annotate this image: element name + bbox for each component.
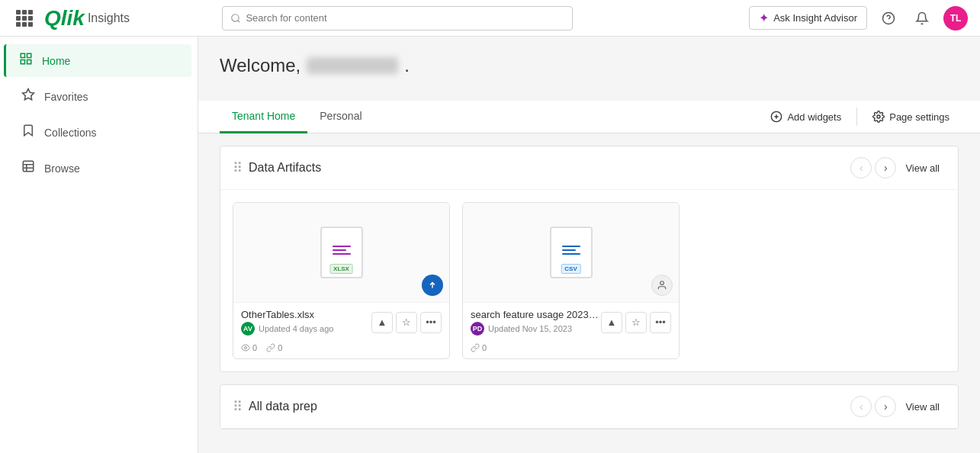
prev-arrow-button[interactable]: ‹: [850, 157, 872, 178]
svg-marker-8: [23, 89, 34, 100]
view-all-button[interactable]: View all: [899, 159, 946, 177]
svg-rect-7: [27, 60, 31, 64]
sidebar-item-home[interactable]: Home: [4, 44, 191, 77]
bookmark-icon: [21, 124, 35, 141]
card-star-button-xlsx[interactable]: ☆: [396, 312, 417, 333]
csv-badge: CSV: [561, 264, 580, 274]
next-arrow-prep-button[interactable]: ›: [875, 396, 896, 417]
logo-qlik: Qlik: [44, 6, 85, 31]
search-bar[interactable]: [222, 6, 573, 31]
notifications-button[interactable]: [910, 6, 934, 31]
star-icon: [21, 88, 35, 105]
card-more-button-xlsx[interactable]: •••: [420, 312, 442, 333]
sparkle-icon: ✦: [759, 11, 769, 25]
search-icon: [230, 13, 241, 24]
csv-file-icon: CSV: [550, 226, 593, 278]
card-meta-csv: PD Updated Nov 15, 2023: [471, 322, 601, 336]
next-arrow-button[interactable]: ›: [875, 157, 896, 178]
main-content: Welcome, . Tenant Home Personal Add widg…: [198, 37, 980, 453]
app-body: Home Favorites Collections: [0, 37, 980, 453]
help-button[interactable]: [876, 6, 901, 31]
welcome-period: .: [404, 55, 410, 76]
card-star-button-csv[interactable]: ☆: [625, 312, 647, 333]
topnav-left: Qlik Insights: [12, 6, 130, 31]
username-blur: [307, 57, 398, 74]
card-meta-xlsx: AV Updated 4 days ago: [241, 322, 371, 336]
avatar[interactable]: TL: [943, 6, 968, 31]
prev-arrow-prep-button[interactable]: ‹: [850, 396, 872, 417]
ask-insight-button[interactable]: ✦ Ask Insight Advisor: [749, 6, 867, 30]
help-icon: [882, 11, 895, 25]
logo: Qlik Insights: [44, 6, 130, 31]
drag-handle-icon[interactable]: ⠿: [233, 159, 243, 176]
link-icon: [266, 343, 275, 352]
sidebar-collections-label: Collections: [44, 127, 96, 139]
welcome-section: Welcome, .: [198, 37, 980, 101]
grid-menu-button[interactable]: [12, 6, 37, 31]
sidebar-browse-label: Browse: [44, 162, 80, 175]
file-icon-lines: [333, 246, 351, 255]
links-count-csv: 0: [482, 343, 487, 352]
sidebar-item-favorites[interactable]: Favorites: [6, 80, 191, 113]
add-widgets-button[interactable]: Add widgets: [761, 106, 850, 127]
card-info-xlsx: OtherTables.xlsx AV Updated 4 days ago: [241, 309, 371, 336]
card-up-button-xlsx[interactable]: ▲: [371, 312, 393, 333]
sidebar-item-browse[interactable]: Browse: [6, 152, 191, 185]
svg-point-18: [245, 347, 247, 349]
file-icon-lines-csv: [562, 246, 580, 255]
section-nav: ‹ › View all: [850, 157, 946, 178]
tabs-bar: Tenant Home Personal Add widgets Page s: [198, 101, 980, 133]
card-search-feature: CSV search feature usage 2: [462, 202, 680, 359]
svg-rect-5: [27, 53, 31, 57]
link-icon-csv: [471, 343, 480, 352]
svg-rect-4: [21, 53, 24, 57]
svg-rect-6: [21, 60, 24, 64]
ask-insight-label: Ask Insight Advisor: [773, 12, 857, 24]
svg-line-1: [238, 20, 240, 22]
section-all-data-prep: ⠿ All data prep ‹ › View all: [220, 384, 959, 429]
topnav: Qlik Insights ✦ Ask Insight Advisor: [0, 0, 980, 37]
card-actions-csv: ▲ ☆ •••: [601, 312, 671, 333]
section-data-artifacts-header: ⠿ Data Artifacts ‹ › View all: [220, 146, 958, 190]
tab-tenant-home[interactable]: Tenant Home: [220, 101, 307, 133]
upload-overlay-icon: [422, 275, 443, 296]
cards-grid-artifacts: XLSX OtherTables.xlsx: [220, 190, 958, 371]
tabs-right: Add widgets Page settings: [761, 106, 959, 127]
view-all-prep-button[interactable]: View all: [899, 398, 946, 416]
topnav-right: ✦ Ask Insight Advisor TL: [749, 6, 968, 31]
card-footer-xlsx: OtherTables.xlsx AV Updated 4 days ago ▲…: [233, 302, 449, 340]
links-count-xlsx: 0: [278, 343, 282, 352]
home-icon: [19, 52, 33, 69]
section-data-artifacts: ⠿ Data Artifacts ‹ › View all: [220, 146, 959, 372]
card-updated-csv: Updated Nov 15, 2023: [488, 324, 572, 333]
card-avatar-pd: PD: [471, 322, 484, 336]
logo-appname: Insights: [88, 11, 130, 25]
sidebar-home-label: Home: [42, 55, 70, 67]
grid-icon: [16, 10, 33, 27]
section-all-data-prep-title: All data prep: [249, 400, 317, 413]
card-updated-xlsx: Updated 4 days ago: [259, 324, 333, 333]
drag-handle-prep-icon[interactable]: ⠿: [233, 398, 243, 415]
svg-point-0: [232, 14, 239, 21]
sidebar-item-collections[interactable]: Collections: [6, 116, 191, 149]
card-more-button-csv[interactable]: •••: [650, 312, 671, 333]
gear-icon: [872, 111, 885, 123]
card-stats-csv: 0: [463, 340, 679, 358]
card-actions-xlsx: ▲ ☆ •••: [371, 312, 442, 333]
page-settings-button[interactable]: Page settings: [863, 106, 959, 127]
card-other-tables: XLSX OtherTables.xlsx: [233, 202, 450, 359]
plus-circle-icon: [770, 111, 782, 123]
card-info-csv: search feature usage 2023.cs PD Updated …: [471, 309, 601, 336]
tab-personal[interactable]: Personal: [307, 101, 374, 133]
person-icon: [657, 280, 667, 291]
eye-icon: [241, 343, 250, 352]
stat-views: 0: [241, 343, 257, 352]
search-input[interactable]: [246, 12, 564, 24]
card-name-csv: search feature usage 2023.cs: [471, 309, 601, 320]
card-up-button-csv[interactable]: ▲: [601, 312, 622, 333]
welcome-heading: Welcome, .: [220, 55, 959, 76]
user-overlay-icon: [651, 275, 673, 296]
card-preview-csv: CSV: [463, 203, 679, 302]
divider: [856, 108, 857, 126]
welcome-prefix: Welcome,: [220, 55, 300, 76]
